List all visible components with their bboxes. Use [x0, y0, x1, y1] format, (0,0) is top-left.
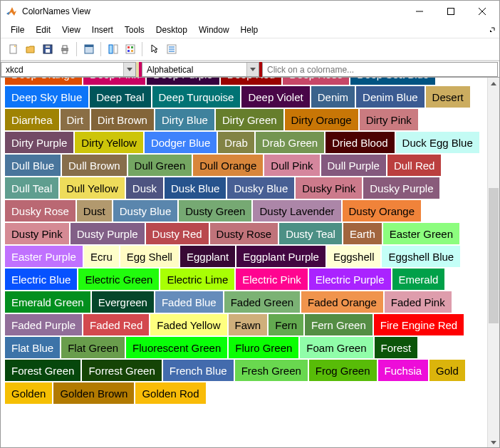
color-cell[interactable]: Electric Blue	[5, 269, 77, 290]
scroll-thumb[interactable]	[489, 188, 499, 323]
color-cell[interactable]: Faded Green	[224, 291, 300, 313]
color-cell[interactable]: Deep Turquoise	[152, 86, 241, 108]
color-cell[interactable]: Deep Pink	[83, 78, 145, 85]
color-cell[interactable]: Fire Engine Red	[374, 314, 464, 335]
color-cell[interactable]: Deep Red	[221, 78, 282, 85]
color-cell[interactable]: Dull Orange	[193, 155, 263, 176]
color-cell[interactable]: Fern Green	[305, 314, 373, 335]
color-cell[interactable]: Forrest Green	[82, 360, 161, 381]
color-cell[interactable]: Easter Purple	[5, 246, 83, 267]
color-cell[interactable]: Dirt Brown	[91, 109, 154, 130]
color-cell[interactable]: Dusky Rose	[5, 200, 75, 222]
close-button[interactable]	[467, 1, 498, 21]
new-file-button[interactable]	[5, 41, 21, 58]
color-cell[interactable]: Golden Rod	[135, 382, 205, 404]
menu-view[interactable]: View	[56, 24, 86, 36]
color-cell[interactable]: Dusk Blue	[165, 177, 226, 199]
color-cell[interactable]: Dusky Pink	[296, 177, 362, 199]
color-cell[interactable]: Denim Blue	[356, 86, 425, 108]
color-cell[interactable]: Dull Purple	[321, 155, 386, 176]
color-cell[interactable]: Dusty Rose	[210, 223, 278, 244]
color-cell[interactable]: Fresh Green	[235, 360, 308, 381]
menu-insert[interactable]: Insert	[86, 24, 119, 36]
color-cell[interactable]: Emerald Green	[5, 291, 90, 313]
color-cell[interactable]: Earth	[343, 223, 382, 244]
color-cell[interactable]: Dull Pink	[264, 155, 319, 176]
color-cell[interactable]: Emerald	[392, 269, 445, 290]
color-cell[interactable]: Golden	[5, 382, 52, 404]
color-cell[interactable]: Electric Lime	[160, 269, 234, 290]
color-cell[interactable]: Dusty Orange	[343, 200, 422, 222]
color-cell[interactable]: Dried Blood	[325, 132, 394, 153]
color-cell[interactable]: Frog Green	[309, 360, 377, 381]
color-cell[interactable]: Deep Sea Blue	[350, 78, 435, 85]
minimize-button[interactable]	[404, 1, 435, 21]
color-cell[interactable]: Desert	[426, 86, 470, 108]
color-cell[interactable]: Dull Blue	[5, 155, 61, 176]
color-cell[interactable]: Easter Green	[383, 223, 459, 244]
color-cell[interactable]: Dusty Teal	[279, 223, 342, 244]
color-cell[interactable]: Dirt	[61, 109, 90, 130]
color-cell[interactable]: Dull Brown	[62, 155, 127, 176]
color-cell[interactable]: Dirty Yellow	[75, 132, 143, 153]
color-cell[interactable]: Faded Red	[83, 314, 149, 335]
color-cell[interactable]: Dirty Pink	[360, 109, 418, 130]
color-cell[interactable]: Dusky Blue	[227, 177, 294, 199]
color-cell[interactable]: Fern	[269, 314, 303, 335]
color-cell[interactable]: Dull Red	[387, 155, 442, 176]
status-field[interactable]	[262, 62, 498, 77]
menu-window[interactable]: Window	[193, 24, 235, 36]
color-cell[interactable]: Forest	[375, 337, 418, 358]
color-cell[interactable]: Deep Orange	[5, 78, 82, 85]
color-cell[interactable]: Fuchsia	[378, 360, 429, 381]
color-cell[interactable]: Dusk	[126, 177, 163, 199]
color-cell[interactable]: Egg Shell	[120, 246, 179, 267]
color-cell[interactable]: Dusty Red	[146, 223, 209, 244]
color-cell[interactable]: Dirty Blue	[155, 109, 214, 130]
color-cell[interactable]: Flat Blue	[5, 337, 60, 358]
color-cell[interactable]: Diarrhea	[5, 109, 59, 130]
color-cell[interactable]: Dusty Lavender	[253, 200, 340, 222]
color-cell[interactable]: Drab Green	[256, 132, 324, 153]
color-cell[interactable]: Gold	[429, 360, 465, 381]
color-cell[interactable]: Deep Teal	[90, 86, 150, 108]
color-cell[interactable]: Golden Brown	[53, 382, 134, 404]
color-cell[interactable]: Flat Green	[61, 337, 125, 358]
menu-edit[interactable]: Edit	[30, 24, 56, 36]
color-cell[interactable]: Deep Rose	[283, 78, 349, 85]
sort-select[interactable]: Alphabetical	[142, 62, 259, 77]
data-cursor-button[interactable]	[80, 41, 97, 58]
color-cell[interactable]: Eggplant	[180, 246, 235, 267]
insert-colorbar-button[interactable]	[122, 41, 138, 58]
color-cell[interactable]: Deep Purple	[147, 78, 219, 85]
color-cell[interactable]: Dusty Green	[179, 200, 251, 222]
color-cell[interactable]: Electric Pink	[236, 269, 308, 290]
menu-file[interactable]: File	[5, 24, 30, 36]
color-cell[interactable]: Faded Blue	[155, 291, 223, 313]
color-cell[interactable]: French Blue	[163, 360, 234, 381]
color-cell[interactable]: Eggplant Purple	[236, 246, 325, 267]
menu-tools[interactable]: Tools	[119, 24, 150, 36]
color-cell[interactable]: Dodger Blue	[145, 132, 217, 153]
color-cell[interactable]: Drab	[218, 132, 254, 153]
color-cell[interactable]: Fluorescent Green	[126, 337, 227, 358]
palette-select[interactable]: xkcd	[1, 62, 136, 77]
color-cell[interactable]: Duck Egg Blue	[396, 132, 479, 153]
open-file-button[interactable]	[22, 41, 38, 58]
scroll-up-button[interactable]	[488, 78, 499, 90]
color-cell[interactable]: Dirty Purple	[5, 132, 73, 153]
color-cell[interactable]: Faded Pink	[385, 291, 452, 313]
color-cell[interactable]: Dull Yellow	[60, 177, 125, 199]
pointer-button[interactable]	[146, 41, 162, 58]
color-cell[interactable]: Denim	[311, 86, 355, 108]
color-cell[interactable]: Eggshell	[327, 246, 381, 267]
color-cell[interactable]: Dusky Purple	[363, 177, 439, 199]
toolbar-dropdown-icon[interactable]	[488, 25, 495, 35]
color-cell[interactable]: Dirty Orange	[285, 109, 358, 130]
color-cell[interactable]: Foam Green	[300, 337, 373, 358]
color-cell[interactable]: Faded Yellow	[150, 314, 226, 335]
menu-help[interactable]: Help	[235, 24, 264, 36]
color-cell[interactable]: Dusty Blue	[113, 200, 178, 222]
color-cell[interactable]: Electric Purple	[309, 269, 391, 290]
color-cell[interactable]: Dusty Purple	[71, 223, 145, 244]
